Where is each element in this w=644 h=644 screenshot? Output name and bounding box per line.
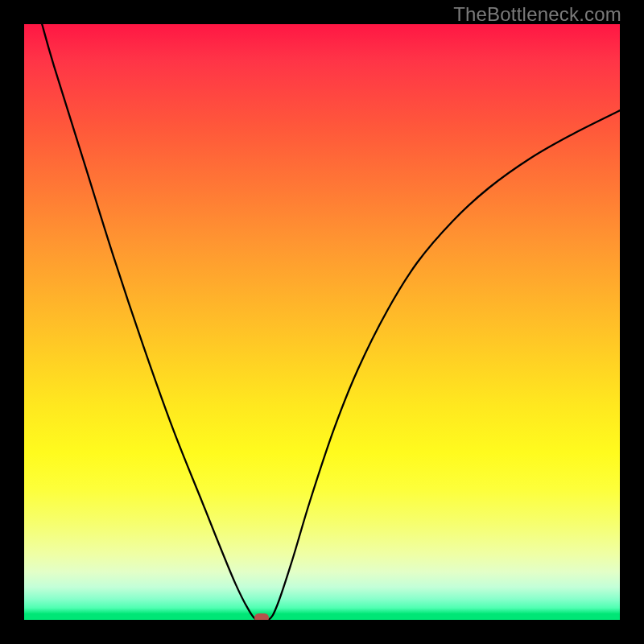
bottleneck-curve — [42, 24, 620, 620]
plot-area — [24, 24, 620, 620]
chart-container: TheBottleneck.com — [0, 0, 644, 644]
optimum-marker — [254, 613, 269, 620]
watermark-text: TheBottleneck.com — [453, 3, 621, 26]
curve-layer — [24, 24, 620, 620]
